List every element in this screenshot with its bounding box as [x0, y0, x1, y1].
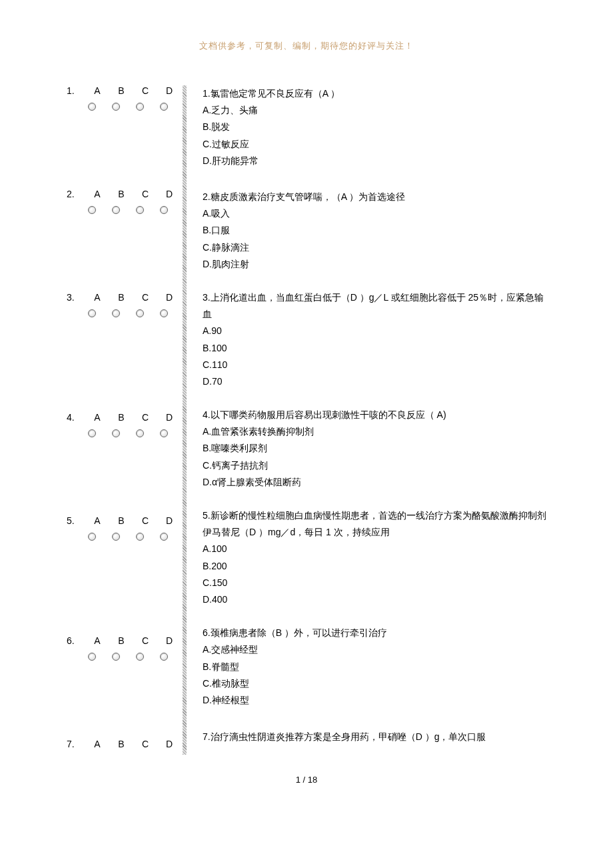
- option-letter-c: C: [133, 189, 157, 199]
- q5-opt-c: C.150: [203, 575, 546, 591]
- q6-number: 6.: [67, 635, 85, 646]
- q5-radio-c[interactable]: [136, 533, 144, 541]
- q6-text: 6.颈椎病患者除（B ）外，可以进行牵引治疗: [203, 625, 546, 641]
- q5-radio-d[interactable]: [160, 533, 168, 541]
- q4-opt-a: A.血管紧张素转换酶抑制剂: [203, 423, 546, 440]
- q6-radio-d[interactable]: [160, 653, 168, 661]
- q1-opt-b: B.脱发: [203, 119, 546, 135]
- q4-opt-d: D.α肾上腺素受体阻断药: [203, 474, 546, 491]
- q3-radio-d[interactable]: [160, 309, 168, 317]
- q1-number: 1.: [67, 85, 85, 96]
- q1-radio-c[interactable]: [136, 103, 144, 111]
- q1-opt-d: D.肝功能异常: [203, 153, 546, 169]
- q7-text: 7.治疗滴虫性阴道炎推荐方案是全身用药，甲硝唑（D ）g，单次口服: [203, 729, 546, 745]
- q4-radio-a[interactable]: [88, 429, 96, 437]
- option-letter-a: A: [85, 85, 109, 96]
- q2-opt-c: C.静脉滴注: [203, 239, 546, 256]
- q2-radios: [67, 205, 183, 217]
- q2-opt-d: D.肌肉注射: [203, 256, 546, 273]
- option-letter-a: A: [85, 635, 109, 646]
- q2-number: 2.: [67, 189, 85, 199]
- q2-opt-b: B.口服: [203, 222, 546, 239]
- q3-radio-a[interactable]: [88, 309, 96, 317]
- q1-radio-b[interactable]: [112, 103, 120, 111]
- q4-radio-d[interactable]: [160, 429, 168, 437]
- option-letter-b: B: [109, 85, 133, 96]
- option-letter-a: A: [85, 515, 109, 526]
- q6-opt-a: A.交感神经型: [203, 641, 546, 658]
- vertical-divider: [183, 85, 187, 755]
- q1-radio-a[interactable]: [88, 103, 96, 111]
- q7-letters: 7. A B C D: [67, 739, 183, 749]
- q6-radio-a[interactable]: [88, 653, 96, 661]
- option-letter-a: A: [85, 189, 109, 199]
- q6-letters: 6. A B C D: [67, 635, 183, 646]
- q3-opt-b: B.100: [203, 340, 546, 357]
- q4-radio-c[interactable]: [136, 429, 144, 437]
- option-letter-c: C: [133, 412, 157, 423]
- q3-opt-c: C.110: [203, 357, 546, 373]
- q4-radios: [67, 428, 183, 440]
- option-letter-d: D: [157, 292, 181, 303]
- option-letter-d: D: [157, 85, 181, 96]
- q2-opt-a: A.吸入: [203, 205, 546, 222]
- q3-letters: 3. A B C D: [67, 292, 183, 303]
- q6-radios: [67, 651, 183, 663]
- q7-number: 7.: [67, 739, 85, 749]
- q2-letters: 2. A B C D: [67, 189, 183, 199]
- q3-number: 3.: [67, 292, 85, 303]
- q3-text: 3.上消化道出血，当血红蛋白低于（D ）g／L 或红细胞比容低于 25％时，应紧…: [203, 289, 546, 323]
- q5-opt-a: A.100: [203, 541, 546, 557]
- question-column: 1.氯雷他定常见不良反应有（A ） A.乏力、头痛 B.脱发 C.过敏反应 D.…: [203, 85, 546, 755]
- option-letter-c: C: [133, 515, 157, 526]
- q5-opt-d: D.400: [203, 591, 546, 608]
- page-footer: 1 / 18: [67, 775, 546, 785]
- q1-text: 1.氯雷他定常见不良反应有（A ）: [203, 85, 546, 102]
- option-letter-d: D: [157, 739, 181, 749]
- option-letter-d: D: [157, 412, 181, 423]
- answer-column: 1. A B C D 2. A B C: [67, 85, 183, 755]
- q2-radio-a[interactable]: [88, 206, 96, 214]
- q1-radios: [67, 101, 183, 113]
- option-letter-a: A: [85, 739, 109, 749]
- q3-radios: [67, 308, 183, 320]
- q1-opt-a: A.乏力、头痛: [203, 102, 546, 119]
- q2-radio-b[interactable]: [112, 206, 120, 214]
- q1-radio-d[interactable]: [160, 103, 168, 111]
- q5-text: 5.新诊断的慢性粒细胞白血病慢性期患者，首选的一线治疗方案为酪氨酸激酶抑制剂伊马…: [203, 507, 546, 541]
- q2-text: 2.糖皮质激素治疗支气管哮喘，（A ）为首选途径: [203, 189, 546, 205]
- q3-opt-a: A.90: [203, 323, 546, 339]
- q1-opt-c: C.过敏反应: [203, 136, 546, 153]
- option-letter-d: D: [157, 189, 181, 199]
- option-letter-d: D: [157, 635, 181, 646]
- q4-radio-b[interactable]: [112, 429, 120, 437]
- q2-radio-c[interactable]: [136, 206, 144, 214]
- option-letter-b: B: [109, 739, 133, 749]
- option-letter-b: B: [109, 189, 133, 199]
- q1-letters: 1. A B C D: [67, 85, 183, 96]
- q4-opt-c: C.钙离子拮抗剂: [203, 457, 546, 474]
- q5-radios: [67, 531, 183, 543]
- q6-opt-d: D.神经根型: [203, 692, 546, 709]
- option-letter-d: D: [157, 515, 181, 526]
- option-letter-c: C: [133, 292, 157, 303]
- q3-radio-b[interactable]: [112, 309, 120, 317]
- q5-radio-a[interactable]: [88, 533, 96, 541]
- q5-number: 5.: [67, 515, 85, 526]
- q5-radio-b[interactable]: [112, 533, 120, 541]
- q2-radio-d[interactable]: [160, 206, 168, 214]
- q6-opt-c: C.椎动脉型: [203, 675, 546, 692]
- q6-radio-b[interactable]: [112, 653, 120, 661]
- option-letter-a: A: [85, 412, 109, 423]
- option-letter-b: B: [109, 515, 133, 526]
- q4-letters: 4. A B C D: [67, 412, 183, 423]
- option-letter-b: B: [109, 635, 133, 646]
- q6-radio-c[interactable]: [136, 653, 144, 661]
- header-note: 文档供参考，可复制、编制，期待您的好评与关注！: [67, 40, 546, 52]
- q3-opt-d: D.70: [203, 373, 546, 390]
- q3-radio-c[interactable]: [136, 309, 144, 317]
- option-letter-c: C: [133, 85, 157, 96]
- q5-opt-b: B.200: [203, 558, 546, 575]
- q4-number: 4.: [67, 412, 85, 423]
- option-letter-c: C: [133, 739, 157, 749]
